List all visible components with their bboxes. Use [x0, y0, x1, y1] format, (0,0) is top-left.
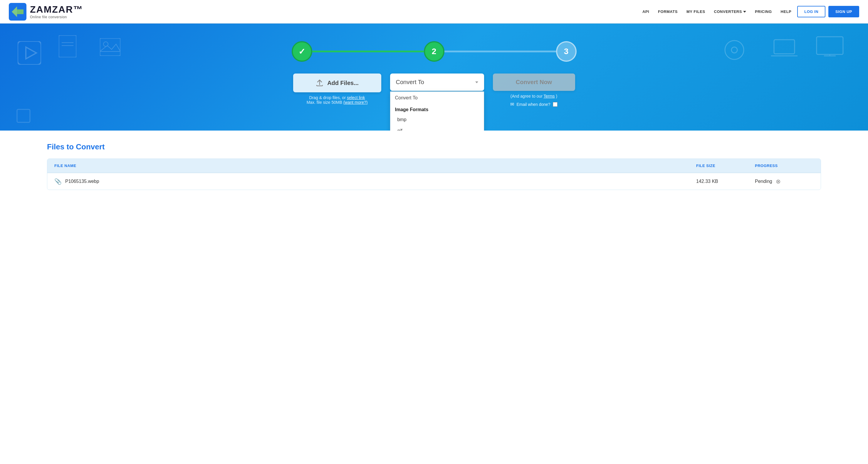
- email-row: ✉ Email when done?: [510, 102, 557, 107]
- file-name: P1065135.webp: [65, 179, 99, 184]
- nav-pricing[interactable]: PRICING: [755, 9, 772, 14]
- files-table-header: FILE NAME FILE SIZE PROGRESS: [47, 159, 821, 173]
- upload-icon: [315, 79, 324, 87]
- col-progress: PROGRESS: [755, 164, 814, 168]
- step-1-circle: ✓: [292, 41, 312, 62]
- nav-formats[interactable]: FORMATS: [658, 9, 678, 14]
- convert-now-column: Convert Now (And agree to our Terms ) ✉ …: [493, 74, 575, 107]
- files-section: Files to Convert FILE NAME FILE SIZE PRO…: [0, 130, 868, 202]
- nav-help[interactable]: HELP: [781, 9, 792, 14]
- navbar: ZAMZAR™ Online file conversion API FORMA…: [0, 0, 868, 24]
- file-name-cell: 📎 P1065135.webp: [54, 178, 696, 185]
- file-size-cell: 142.33 KB: [696, 179, 755, 184]
- convert-to-button[interactable]: Convert To: [390, 74, 484, 91]
- progress-cell: Pending ⊗: [755, 178, 814, 185]
- dropdown-header: Convert To: [391, 92, 484, 104]
- files-title-highlight: Convert: [76, 142, 104, 151]
- want-more-link[interactable]: (want more?): [343, 100, 368, 105]
- bg-bracket-icon: [15, 107, 32, 125]
- step-3-circle: 3: [556, 41, 577, 62]
- convert-now-subtitle: (And agree to our Terms ): [510, 94, 557, 98]
- logo-icon: [9, 3, 26, 21]
- add-files-subtitle: Drag & drop files, or select link Max. f…: [307, 95, 368, 105]
- nav-converters[interactable]: CONVERTERS: [714, 9, 746, 14]
- cancel-icon[interactable]: ⊗: [776, 178, 781, 185]
- svg-marker-2: [17, 9, 24, 14]
- hero-section: ✓ 2 3 Add Files... Drag & drop files, or: [0, 24, 868, 130]
- progress-status: Pending: [755, 179, 772, 184]
- paperclip-icon: 📎: [54, 178, 62, 185]
- logo-text: ZAMZAR™ Online file conversion: [30, 4, 83, 19]
- action-row: Add Files... Drag & drop files, or selec…: [0, 74, 868, 107]
- step-line-1-2: [312, 51, 424, 52]
- email-icon: ✉: [510, 102, 514, 107]
- nav-links: API FORMATS MY FILES CONVERTERS PRICING …: [643, 9, 791, 14]
- nav-api[interactable]: API: [643, 9, 649, 14]
- add-files-button[interactable]: Add Files...: [293, 74, 381, 92]
- login-button[interactable]: LOG IN: [797, 6, 826, 17]
- steps-row: ✓ 2 3: [0, 41, 868, 62]
- signup-button[interactable]: SIGN UP: [828, 6, 859, 17]
- convert-to-dropdown: Convert To Image Formats bmp gif jpg pcx…: [390, 91, 484, 130]
- convert-to-chevron-icon: [475, 82, 478, 83]
- terms-link[interactable]: Terms: [544, 94, 555, 98]
- nav-my-files[interactable]: MY FILES: [686, 9, 705, 14]
- chevron-down-icon: [743, 11, 746, 12]
- files-title: Files to Convert: [47, 142, 821, 151]
- col-file-name: FILE NAME: [54, 164, 696, 168]
- logo-link[interactable]: ZAMZAR™ Online file conversion: [9, 3, 83, 21]
- step-2-circle: 2: [424, 41, 444, 62]
- convert-to-wrapper: Convert To Convert To Image Formats bmp …: [390, 74, 484, 91]
- col-file-size: FILE SIZE: [696, 164, 755, 168]
- add-files-column: Add Files... Drag & drop files, or selec…: [293, 74, 381, 105]
- dropdown-option-gif[interactable]: gif: [391, 125, 484, 130]
- email-checkbox[interactable]: [553, 102, 558, 107]
- svg-rect-19: [17, 109, 30, 122]
- table-row: 📎 P1065135.webp 142.33 KB Pending ⊗: [47, 173, 821, 190]
- logo-name: ZAMZAR™: [30, 4, 83, 15]
- logo-sub: Online file conversion: [30, 15, 83, 19]
- convert-to-column: Convert To Convert To Image Formats bmp …: [390, 74, 484, 91]
- files-table: FILE NAME FILE SIZE PROGRESS 📎 P1065135.…: [47, 158, 821, 190]
- select-link[interactable]: select link: [347, 95, 365, 100]
- step-line-2-3: [444, 51, 556, 52]
- dropdown-group-image: Image Formats: [391, 104, 484, 114]
- convert-now-button[interactable]: Convert Now: [493, 74, 575, 91]
- dropdown-option-bmp[interactable]: bmp: [391, 114, 484, 125]
